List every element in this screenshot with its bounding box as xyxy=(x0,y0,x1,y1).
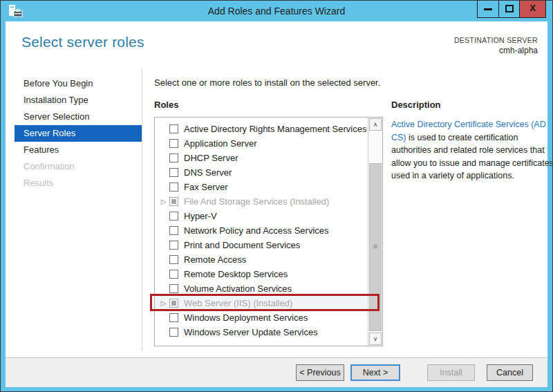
previous-button[interactable]: < Previous xyxy=(296,364,344,381)
cancel-button[interactable]: Cancel xyxy=(487,364,533,381)
wizard-steps: Before You BeginInstallation TypeServer … xyxy=(15,75,142,192)
wizard-body: Select server roles DESTINATION SERVER c… xyxy=(6,21,547,387)
window-title: Add Roles and Features Wizard xyxy=(1,6,552,17)
sidebar-item-server-roles[interactable]: Server Roles xyxy=(15,125,142,142)
roles-list: Active Directory Rights Management Servi… xyxy=(155,122,368,339)
role-row[interactable]: Application Server xyxy=(155,136,368,151)
scrollbar-grip-icon: ≡ xyxy=(370,242,381,250)
sidebar-divider xyxy=(142,70,142,351)
minimize-icon xyxy=(484,8,492,10)
sidebar-item-confirmation: Confirmation xyxy=(15,158,142,175)
role-checkbox[interactable] xyxy=(169,212,178,221)
role-checkbox[interactable] xyxy=(169,270,178,279)
scrollbar-thumb[interactable]: ≡ xyxy=(369,163,382,331)
role-row[interactable]: Volume Activation Services xyxy=(155,281,368,296)
close-icon: X xyxy=(520,3,545,13)
description-panel: Active Directory Certificate Services (A… xyxy=(391,118,553,183)
instruction-text: Select one or more roles to install on t… xyxy=(154,77,380,88)
destination-server-name: cmh-alpha xyxy=(454,46,538,55)
role-checkbox[interactable] xyxy=(169,153,178,162)
role-row[interactable]: Windows Deployment Services xyxy=(155,310,368,325)
next-button[interactable]: Next > xyxy=(350,364,400,381)
window-controls: X xyxy=(477,1,546,18)
role-label: Print and Document Services xyxy=(184,240,300,250)
page-title: Select server roles xyxy=(21,34,144,50)
role-checkbox[interactable] xyxy=(169,313,178,322)
footer: < PreviousNext >InstallCancel xyxy=(6,358,547,387)
footer-buttons: < PreviousNext >InstallCancel xyxy=(296,364,533,381)
role-row[interactable]: DHCP Server xyxy=(155,151,368,165)
role-checkbox[interactable] xyxy=(169,226,178,235)
role-row[interactable]: Hyper-V xyxy=(155,209,368,223)
maximize-button[interactable] xyxy=(498,1,519,17)
roles-heading: Roles xyxy=(154,100,178,110)
role-checkbox[interactable] xyxy=(169,183,178,192)
role-checkbox[interactable] xyxy=(169,168,178,177)
role-checkbox[interactable] xyxy=(169,284,178,293)
roles-scrollbar[interactable]: ∧ ≡ ∨ xyxy=(368,118,382,346)
maximize-icon xyxy=(505,5,514,12)
destination-server-block: DESTINATION SERVER cmh-alpha xyxy=(454,36,538,55)
role-checkbox[interactable] xyxy=(169,197,178,206)
role-label: Network Policy and Access Services xyxy=(184,225,329,236)
role-row[interactable]: Fax Server xyxy=(155,180,368,194)
role-label: Remote Desktop Services xyxy=(184,269,288,279)
role-label: DNS Server xyxy=(184,167,232,178)
role-checkbox[interactable] xyxy=(169,139,178,148)
sidebar-item-results: Results xyxy=(15,175,142,192)
role-description-text: is used to create certification authorit… xyxy=(391,133,553,181)
scroll-up-icon[interactable]: ∧ xyxy=(369,118,382,131)
role-row[interactable]: ▷Web Server (IIS) (Installed) xyxy=(155,296,368,310)
checkbox-indeterminate-fill xyxy=(171,301,176,306)
checkbox-indeterminate-fill xyxy=(171,199,176,204)
role-label: DHCP Server xyxy=(184,153,238,163)
sidebar-item-before-you-begin[interactable]: Before You Begin xyxy=(15,75,142,92)
wizard-window: Add Roles and Features Wizard X Select s… xyxy=(0,0,553,392)
sidebar-item-server-selection[interactable]: Server Selection xyxy=(15,109,142,125)
role-label: Windows Deployment Services xyxy=(184,312,308,323)
expander-icon[interactable]: ▷ xyxy=(158,296,169,310)
role-checkbox[interactable] xyxy=(169,241,178,250)
titlebar: Add Roles and Features Wizard X xyxy=(1,1,552,21)
roles-listbox: Active Directory Rights Management Servi… xyxy=(154,117,383,346)
role-checkbox[interactable] xyxy=(169,328,178,337)
role-label: Windows Server Update Services xyxy=(184,327,318,337)
role-label: File And Storage Services (Installed) xyxy=(184,196,329,207)
sidebar-item-installation-type[interactable]: Installation Type xyxy=(15,92,142,109)
role-row[interactable]: DNS Server xyxy=(155,165,368,180)
sidebar-item-features[interactable]: Features xyxy=(15,142,142,158)
role-label: Fax Server xyxy=(184,182,228,192)
role-checkbox[interactable] xyxy=(169,299,178,308)
role-row[interactable]: Remote Access xyxy=(155,252,368,267)
role-label: Hyper-V xyxy=(184,211,217,221)
minimize-button[interactable] xyxy=(478,1,498,17)
expander-icon[interactable]: ▷ xyxy=(158,194,169,209)
role-label: Web Server (IIS) (Installed) xyxy=(184,298,292,308)
role-row[interactable]: Print and Document Services xyxy=(155,238,368,252)
role-label: Application Server xyxy=(184,138,257,149)
role-row[interactable]: ▷File And Storage Services (Installed) xyxy=(155,194,368,209)
role-row[interactable]: Active Directory Rights Management Servi… xyxy=(155,122,368,136)
install-button[interactable]: Install xyxy=(427,364,475,381)
role-label: Volume Activation Services xyxy=(184,283,292,294)
role-label: Active Directory Rights Management Servi… xyxy=(184,124,366,134)
role-label: Remote Access xyxy=(184,254,246,265)
scroll-down-icon[interactable]: ∨ xyxy=(369,333,382,345)
close-button[interactable]: X xyxy=(519,1,545,17)
role-checkbox[interactable] xyxy=(169,124,178,133)
destination-server-label: DESTINATION SERVER xyxy=(454,36,538,44)
role-row[interactable]: Windows Server Update Services xyxy=(155,325,368,339)
role-row[interactable]: Remote Desktop Services xyxy=(155,267,368,281)
role-row[interactable]: Network Policy and Access Services xyxy=(155,223,368,238)
role-checkbox[interactable] xyxy=(169,255,178,264)
description-heading: Description xyxy=(391,100,441,110)
